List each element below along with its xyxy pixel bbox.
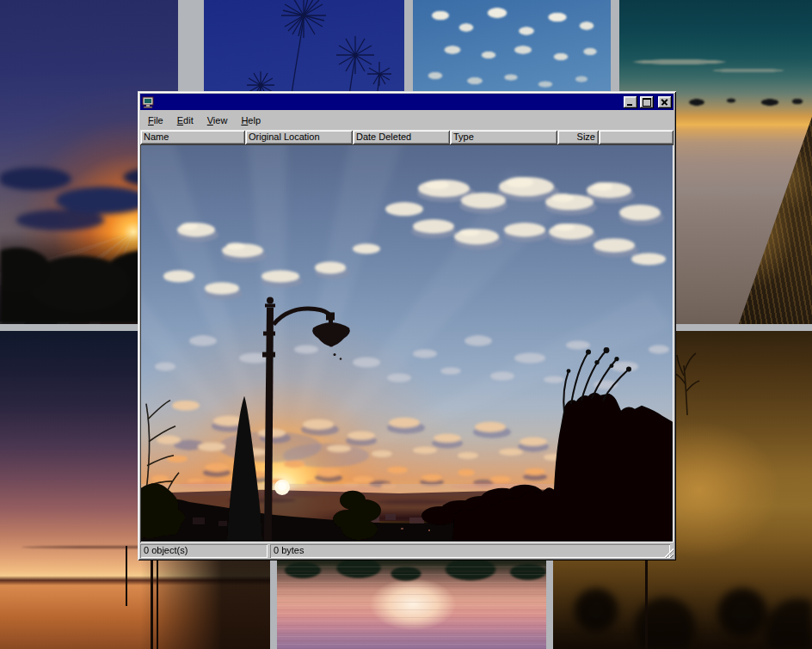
- column-header-original-location[interactable]: Original Location: [245, 130, 353, 144]
- menu-edit[interactable]: Edit: [175, 114, 195, 126]
- menu-file[interactable]: File: [146, 114, 165, 126]
- column-header-type[interactable]: Type: [450, 130, 557, 144]
- minimize-icon: [627, 104, 632, 106]
- column-header-date-deleted[interactable]: Date Deleted: [353, 130, 450, 144]
- column-header-filler: [599, 130, 674, 144]
- column-header-row: Name Original Location Date Deleted Type…: [140, 130, 674, 144]
- desktop: { "window": { "title": "", "app_icon": "…: [0, 0, 812, 649]
- cirrus-overlay: [619, 50, 812, 76]
- column-header-name[interactable]: Name: [140, 130, 245, 144]
- status-byte-count: 0 bytes: [270, 544, 670, 558]
- menu-bar: File Edit View Help: [140, 110, 674, 130]
- close-icon: [658, 96, 672, 108]
- recycle-bin-window: File Edit View Help Name Original Locati…: [138, 91, 676, 560]
- status-object-count: 0 object(s): [140, 544, 268, 558]
- list-view[interactable]: [140, 144, 674, 542]
- status-bar: 0 object(s) 0 bytes: [140, 544, 674, 558]
- maximize-icon: [643, 98, 651, 107]
- title-bar[interactable]: [140, 94, 674, 110]
- minimize-button[interactable]: [624, 96, 637, 108]
- content-photo-sunset-lamp: [141, 145, 673, 542]
- computer-monitor-icon: [142, 96, 154, 108]
- close-button[interactable]: [658, 96, 672, 108]
- water-ripples: [277, 566, 546, 649]
- menu-help[interactable]: Help: [239, 114, 262, 126]
- menu-view[interactable]: View: [206, 114, 230, 126]
- water-pole: [126, 546, 127, 606]
- maximize-button[interactable]: [640, 96, 654, 108]
- branch-silhouette-icon: [674, 350, 701, 415]
- column-header-size[interactable]: Size: [557, 130, 599, 144]
